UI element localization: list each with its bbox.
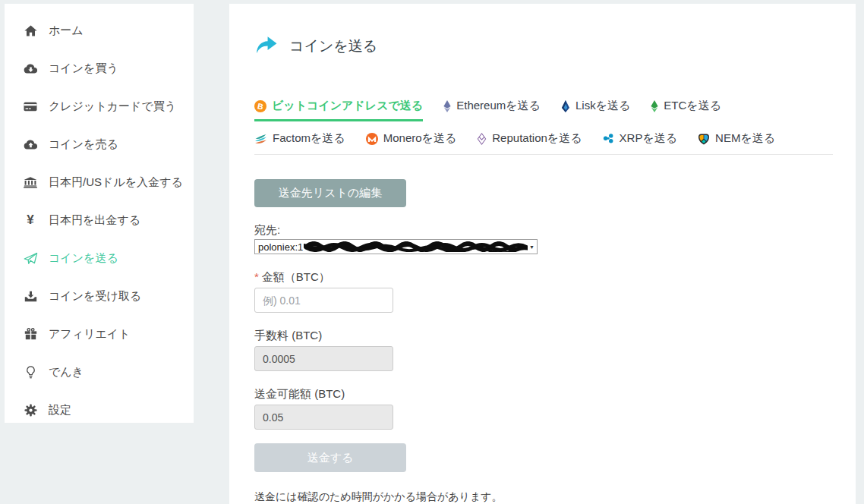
page-title: コインを送る bbox=[289, 36, 377, 56]
lightbulb-icon bbox=[21, 364, 39, 380]
redacted-address-scribble bbox=[304, 241, 528, 252]
tab-monero[interactable]: Moneroを送る bbox=[366, 131, 457, 146]
tab-label: Ethereumを送る bbox=[456, 99, 541, 113]
select-caret-icon: ▼ bbox=[529, 244, 534, 250]
gift-icon bbox=[21, 326, 39, 342]
nem-icon bbox=[698, 133, 710, 145]
monero-icon bbox=[366, 133, 378, 145]
amount-input[interactable] bbox=[254, 288, 393, 313]
tab-xrp[interactable]: XRPを送る bbox=[603, 131, 678, 146]
yen-icon: ¥ bbox=[21, 213, 39, 228]
fee-label: 手数料 (BTC) bbox=[254, 329, 831, 344]
sidebar-item-label: コインを買う bbox=[49, 61, 118, 76]
sidebar-item-label: コインを送る bbox=[49, 251, 118, 266]
sidebar-item-label: コインを受け取る bbox=[49, 289, 141, 304]
sidebar-item-withdraw-jpy[interactable]: ¥ 日本円を出金する bbox=[5, 201, 194, 239]
available-amount-label: 送金可能額 (BTC) bbox=[254, 387, 831, 402]
tab-label: Liskを送る bbox=[575, 99, 630, 113]
recipient-select[interactable]: poloniex:1 ▼ bbox=[254, 239, 538, 254]
send-method-tabs: B ビットコインアドレスで送る Ethereumを送る Liskを送る bbox=[254, 99, 833, 155]
sidebar-item-send-coins[interactable]: コインを送る bbox=[5, 239, 194, 277]
sidebar-item-settings[interactable]: 設定 bbox=[5, 391, 194, 429]
sidebar-item-label: アフィリエイト bbox=[49, 327, 130, 342]
etc-icon bbox=[651, 100, 658, 112]
sidebar-item-home[interactable]: ホーム bbox=[5, 11, 194, 49]
tab-factom[interactable]: Factomを送る bbox=[254, 131, 345, 146]
bank-icon bbox=[21, 175, 39, 190]
required-mark: * bbox=[254, 270, 259, 283]
tab-nem[interactable]: NEMを送る bbox=[698, 131, 775, 146]
sidebar-item-electricity[interactable]: でんき bbox=[5, 353, 194, 391]
confirmation-note: 送金には確認のため時間がかかる場合があります。 bbox=[254, 490, 831, 504]
submit-send-button[interactable]: 送金する bbox=[254, 443, 406, 472]
sidebar-item-label: 日本円を出金する bbox=[49, 213, 140, 228]
tab-label: Moneroを送る bbox=[383, 131, 457, 146]
sidebar-item-buy-coins[interactable]: コインを買う bbox=[5, 49, 194, 87]
credit-card-icon bbox=[21, 99, 39, 114]
tab-lisk[interactable]: Liskを送る bbox=[561, 99, 630, 121]
fee-input bbox=[254, 346, 393, 371]
sidebar-item-label: コインを売る bbox=[49, 137, 118, 152]
ethereum-icon bbox=[443, 100, 451, 112]
tab-label: ビットコインアドレスで送る bbox=[272, 99, 423, 113]
receive-icon bbox=[21, 288, 39, 304]
tab-label: NEMを送る bbox=[715, 131, 775, 146]
tab-reputation[interactable]: Reputationを送る bbox=[477, 131, 582, 146]
sidebar-item-receive-coins[interactable]: コインを受け取る bbox=[5, 277, 194, 315]
sidebar-item-affiliate[interactable]: アフィリエイト bbox=[5, 315, 194, 353]
sidebar-item-label: 設定 bbox=[49, 403, 71, 417]
tab-bitcoin-address[interactable]: B ビットコインアドレスで送る bbox=[254, 99, 423, 121]
cloud-download-icon bbox=[21, 61, 39, 76]
bitcoin-icon: B bbox=[254, 100, 266, 112]
reputation-icon bbox=[477, 133, 487, 145]
main-content: コインを送る B ビットコインアドレスで送る Ethereumを送る Liskを bbox=[229, 4, 856, 504]
tab-row-2: Factomを送る Moneroを送る Reputationを送る XRPを送る bbox=[254, 131, 833, 146]
tab-label: XRPを送る bbox=[620, 131, 678, 146]
sidebar-item-label: 日本円/USドルを入金する bbox=[49, 175, 183, 190]
recipient-label: 宛先: bbox=[254, 223, 831, 238]
sidebar: ホーム コインを買う クレジットカードで買う コインを売る 日本円/USドルを入… bbox=[5, 4, 194, 423]
amount-label-text: 金額（BTC） bbox=[262, 270, 330, 283]
gear-icon bbox=[21, 402, 39, 417]
sidebar-item-label: クレジットカードで買う bbox=[49, 99, 176, 114]
send-arrow-icon bbox=[254, 36, 278, 58]
tab-label: Reputationを送る bbox=[492, 131, 582, 146]
sidebar-item-label: でんき bbox=[49, 365, 84, 380]
xrp-icon bbox=[603, 134, 614, 143]
sidebar-item-deposit-jpy-usd[interactable]: 日本円/USドルを入金する bbox=[5, 163, 194, 201]
paper-plane-icon bbox=[21, 250, 39, 266]
sidebar-item-label: ホーム bbox=[49, 24, 84, 38]
tab-ethereum[interactable]: Ethereumを送る bbox=[443, 99, 541, 121]
lisk-icon bbox=[561, 100, 570, 112]
amount-label: *金額（BTC） bbox=[254, 270, 831, 285]
factom-icon bbox=[254, 133, 267, 144]
tab-etc[interactable]: ETCを送る bbox=[651, 99, 721, 121]
tab-row-1: B ビットコインアドレスで送る Ethereumを送る Liskを送る bbox=[254, 99, 833, 121]
sidebar-item-buy-credit-card[interactable]: クレジットカードで買う bbox=[5, 87, 194, 125]
sidebar-item-sell-coins[interactable]: コインを売る bbox=[5, 125, 194, 163]
tab-label: ETCを送る bbox=[664, 99, 721, 113]
recipient-select-value: poloniex:1 bbox=[258, 241, 303, 253]
edit-recipient-list-button[interactable]: 送金先リストの編集 bbox=[254, 179, 406, 207]
home-icon bbox=[21, 23, 39, 38]
page-header: コインを送る bbox=[254, 36, 831, 57]
cloud-upload-icon bbox=[21, 137, 39, 152]
available-amount-input bbox=[254, 405, 393, 430]
tab-label: Factomを送る bbox=[273, 131, 345, 146]
